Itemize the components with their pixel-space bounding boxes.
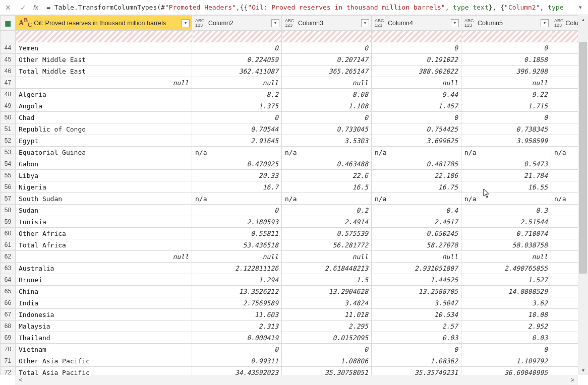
scroll-track[interactable] xyxy=(578,24,588,366)
table-cell[interactable]: 0.0152095 xyxy=(282,332,372,344)
table-cell[interactable]: 3.5047 xyxy=(372,297,461,309)
column-header-c1[interactable]: ABC123 Column2 ▾ xyxy=(192,16,282,31)
table-cell[interactable]: Libya xyxy=(16,170,192,181)
table-cell[interactable]: 3.699625 xyxy=(372,135,461,147)
table-cell[interactable] xyxy=(551,332,578,344)
table-cell[interactable] xyxy=(551,274,578,286)
table-cell[interactable] xyxy=(551,286,578,297)
table-row[interactable]: 68Malaysia2.3132.2952.572.952 xyxy=(1,320,578,332)
table-cell[interactable]: 0 xyxy=(461,344,551,355)
table-cell[interactable]: 1.108 xyxy=(282,100,372,112)
table-cell[interactable]: 0 xyxy=(282,344,372,355)
table-row[interactable]: 70Vietnam0000 xyxy=(1,344,578,355)
table-cell[interactable]: 0 xyxy=(192,205,282,216)
table-cell[interactable] xyxy=(551,228,578,239)
table-cell[interactable]: 0.207147 xyxy=(282,54,372,66)
table-cell[interactable]: null xyxy=(461,77,551,89)
row-number[interactable]: 72 xyxy=(1,367,16,375)
table-row[interactable]: 67Indonesia11.60311.01810.53410.08 xyxy=(1,309,578,320)
row-number[interactable]: 71 xyxy=(1,355,16,367)
table-cell[interactable]: 2.313 xyxy=(192,320,282,332)
table-row[interactable]: 69Thailand0.0004190.01520950.030.03 xyxy=(1,332,578,344)
scroll-thumb[interactable] xyxy=(579,42,587,274)
table-row[interactable]: 53Equatorial Guinean/an/an/an/an/a xyxy=(1,147,578,158)
table-cell[interactable] xyxy=(551,263,578,274)
table-cell[interactable] xyxy=(551,205,578,216)
table-cell[interactable]: 1.08362 xyxy=(372,355,461,367)
table-cell[interactable]: 0.650245 xyxy=(372,228,461,239)
table-cell[interactable]: Malaysia xyxy=(16,320,192,332)
row-number[interactable]: 50 xyxy=(1,112,16,123)
table-cell[interactable]: 1.375 xyxy=(192,100,282,112)
table-cell[interactable]: Sudan xyxy=(16,205,192,216)
table-cell[interactable]: n/a xyxy=(461,147,551,158)
table-cell[interactable]: 34.43592023 xyxy=(192,367,282,375)
row-number[interactable]: 48 xyxy=(1,89,16,100)
row-number[interactable]: 60 xyxy=(1,228,16,239)
table-cell[interactable]: n/a xyxy=(551,193,578,205)
row-number[interactable]: 68 xyxy=(1,320,16,332)
table-cell[interactable]: 0 xyxy=(461,42,551,54)
formula-input[interactable]: = Table.TransformColumnTypes(#"Promoted … xyxy=(43,4,571,11)
table-cell[interactable]: n/a xyxy=(192,193,282,205)
table-cell[interactable]: 3.5303 xyxy=(282,135,372,147)
table-cell[interactable]: 0.5473 xyxy=(461,158,551,170)
table-cell[interactable] xyxy=(551,158,578,170)
cancel-formula-button[interactable]: ✕ xyxy=(3,4,13,12)
table-cell[interactable]: 16.5 xyxy=(282,181,372,193)
row-number[interactable]: 44 xyxy=(1,42,16,54)
row-number[interactable]: 65 xyxy=(1,286,16,297)
table-cell[interactable]: 2.931051807 xyxy=(372,263,461,274)
table-cell[interactable]: 0.481785 xyxy=(372,158,461,170)
table-cell[interactable] xyxy=(551,123,578,135)
table-cell[interactable]: 1.527 xyxy=(461,274,551,286)
table-cell[interactable] xyxy=(551,251,578,263)
table-cell[interactable]: 11.018 xyxy=(282,309,372,320)
table-cell[interactable]: 20.33 xyxy=(192,170,282,181)
table-cell[interactable]: null xyxy=(16,77,192,89)
table-cell[interactable]: Australia xyxy=(16,263,192,274)
table-cell[interactable]: 21.784 xyxy=(461,170,551,181)
table-row[interactable]: 57South Sudann/an/an/an/an/a xyxy=(1,193,578,205)
row-number[interactable]: 51 xyxy=(1,123,16,135)
table-cell[interactable] xyxy=(551,77,578,89)
table-cell[interactable]: Brunei xyxy=(16,274,192,286)
filter-dropdown-button[interactable]: ▾ xyxy=(451,19,459,27)
row-number[interactable]: 53 xyxy=(1,147,16,158)
table-cell[interactable]: 10.534 xyxy=(372,309,461,320)
table-cell[interactable]: 0.191022 xyxy=(372,54,461,66)
table-cell[interactable]: 2.952 xyxy=(461,320,551,332)
table-cell[interactable]: 2.4914 xyxy=(282,216,372,228)
table-cell[interactable] xyxy=(551,181,578,193)
table-cell[interactable]: 0.2 xyxy=(282,205,372,216)
table-cell[interactable]: Other Africa xyxy=(16,228,192,239)
table-cell[interactable]: 0 xyxy=(192,42,282,54)
table-cell[interactable]: 16.55 xyxy=(461,181,551,193)
table-cell[interactable]: 35.30758051 xyxy=(282,367,372,375)
table-cell[interactable]: 13.3526212 xyxy=(192,286,282,297)
table-row[interactable]: 62nullnullnullnullnull xyxy=(1,251,578,263)
table-cell[interactable]: 3.4824 xyxy=(282,297,372,309)
row-number[interactable]: 46 xyxy=(1,66,16,77)
table-cell[interactable]: 14.8808529 xyxy=(461,286,551,297)
table-cell[interactable] xyxy=(551,344,578,355)
table-cell[interactable]: 0.4 xyxy=(372,205,461,216)
table-cell[interactable]: 0.710074 xyxy=(461,228,551,239)
table-row[interactable]: 52Egypt2.916453.53033.6996253.958599 xyxy=(1,135,578,147)
table-cell[interactable]: 2.618448213 xyxy=(282,263,372,274)
row-number[interactable]: 49 xyxy=(1,100,16,112)
table-row[interactable]: 63Australia2.1228111262.6184482132.93105… xyxy=(1,263,578,274)
table-cell[interactable]: 388.902022 xyxy=(372,66,461,77)
row-number[interactable]: 69 xyxy=(1,332,16,344)
table-cell[interactable]: 0.738345 xyxy=(461,123,551,135)
table-cell[interactable]: 2.91645 xyxy=(192,135,282,147)
table-row[interactable]: 72Total Asia Pacific34.4359202335.307580… xyxy=(1,367,578,375)
table-cell[interactable]: 22.6 xyxy=(282,170,372,181)
table-cell[interactable]: 53.436518 xyxy=(192,239,282,251)
row-number[interactable]: 54 xyxy=(1,158,16,170)
table-cell[interactable]: 0 xyxy=(192,112,282,123)
column-header-c2[interactable]: ABC123 Column3 ▾ xyxy=(282,16,372,31)
table-cell[interactable]: 0.99311 xyxy=(192,355,282,367)
table-cell[interactable]: 1.08806 xyxy=(282,355,372,367)
column-header-c4[interactable]: ABC123 Column5 ▾ xyxy=(461,16,551,31)
